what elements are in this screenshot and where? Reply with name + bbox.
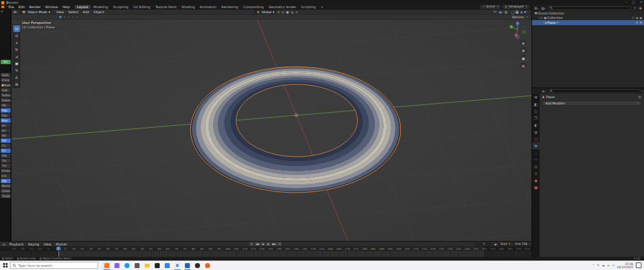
properties-tab-physics[interactable]: ◠: [532, 156, 540, 163]
workspace-tab-+[interactable]: +: [318, 5, 326, 9]
timeline-menu-marker[interactable]: Marker: [53, 242, 69, 246]
workspace-tab-scripting[interactable]: Scripting: [299, 5, 318, 9]
playhead-frame-chip[interactable]: 1: [56, 247, 60, 250]
tool-scale[interactable]: ⊿: [13, 53, 20, 60]
menu-edit[interactable]: Edit: [16, 5, 27, 9]
timeline-editor-icon[interactable]: ◷▾: [1, 242, 7, 246]
properties-tab-render[interactable]: ◧: [532, 101, 540, 108]
workspace-tab-sculpting[interactable]: Sculpting: [111, 5, 131, 9]
viewport-menu-add[interactable]: Add: [80, 10, 91, 14]
left-strip-item[interactable]: Thr: [1, 159, 11, 163]
show-overlays-icon[interactable]: ◉▾: [498, 10, 504, 14]
left-strip-item[interactable]: Ari: [1, 123, 11, 128]
ring-object[interactable]: [191, 67, 401, 193]
tool-measure[interactable]: ∠: [13, 74, 20, 81]
left-strip-item[interactable]: Chris: [1, 78, 11, 82]
properties-tab-texture[interactable]: ▩: [532, 184, 540, 191]
left-strip-item[interactable]: Norma: [1, 184, 11, 188]
properties-tab-tool[interactable]: ⚒: [532, 94, 540, 101]
viewport-menu-view[interactable]: View: [54, 10, 66, 14]
taskbar-app-photos[interactable]: [153, 261, 162, 270]
close-button[interactable]: ✕: [640, 0, 643, 4]
workspace-tab-geometry-nodes[interactable]: Geometry Nodes: [266, 5, 299, 9]
minimize-button[interactable]: –: [626, 0, 628, 4]
properties-tab-modifiers[interactable]: ⚙: [532, 142, 540, 149]
workspace-tab-rendering[interactable]: Rendering: [219, 5, 241, 9]
outliner-row-scene-collection[interactable]: ▣Scene Collection: [532, 11, 644, 16]
add-modifier-button[interactable]: Add Modifier ▾: [542, 101, 641, 106]
gizmo-z-axis[interactable]: [516, 21, 519, 25]
notification-center-icon[interactable]: [636, 262, 641, 268]
left-strip-item[interactable]: IDE: [1, 154, 11, 158]
mode-selector[interactable]: ⬒ Object Mode ▾: [19, 9, 52, 14]
taskbar-clock[interactable]: 22:05 10/12/2022: [617, 262, 633, 269]
timeline-menu-keying[interactable]: Keying: [26, 242, 41, 246]
tool-rotate[interactable]: ↻: [13, 46, 20, 53]
current-frame-field[interactable]: 1: [475, 242, 492, 246]
menu-file[interactable]: File: [6, 5, 16, 9]
taskbar-app-orange-app[interactable]: [203, 261, 212, 270]
select-mode-set[interactable]: [58, 15, 62, 19]
select-mode-invert[interactable]: [71, 15, 75, 19]
playback-prev-keyframe[interactable]: ◀◀: [255, 242, 260, 246]
properties-tab-particles[interactable]: ∴: [532, 149, 540, 156]
outliner-filter-icon[interactable]: ▽: [633, 6, 637, 10]
left-strip-item[interactable]: Subsu: [1, 98, 11, 103]
outliner-editor-icon[interactable]: ☰▾: [533, 6, 539, 10]
workspace-tab-uv-editing[interactable]: UV Editing: [131, 5, 153, 9]
gizmo-y-axis[interactable]: [509, 25, 513, 28]
viewport-canvas[interactable]: [11, 20, 531, 241]
left-strip-item[interactable]: Clean: [1, 189, 11, 193]
navigation-gizmo[interactable]: [508, 21, 528, 40]
maximize-button[interactable]: □: [632, 0, 635, 4]
unlink-scene-icon[interactable]: ✕: [496, 5, 499, 8]
viewport-camera-view-button[interactable]: ▣: [520, 55, 526, 61]
viewport-toggle-ortho-button[interactable]: ⊞: [520, 62, 526, 69]
tool-move[interactable]: +: [13, 39, 20, 46]
tray-cloud-icon[interactable]: ☁: [602, 264, 605, 267]
playback-jump-to-start[interactable]: ⇤: [249, 242, 254, 246]
gizmo-y-neg[interactable]: [523, 31, 526, 34]
outliner-row-plane[interactable]: ▾▲Plane◈◉▣: [532, 20, 644, 25]
taskbar-app-blue-app[interactable]: [183, 261, 192, 270]
left-strip-item[interactable]: Em: [1, 174, 11, 178]
tray-volume-icon[interactable]: ◁: [612, 264, 614, 267]
left-strip-item[interactable]: Cir: [1, 143, 11, 148]
left-strip-item[interactable]: Squ: [1, 108, 11, 113]
workspace-tab-modeling[interactable]: Modeling: [91, 5, 111, 9]
taskbar-app-blender[interactable]: [103, 261, 111, 270]
tool-add-cube[interactable]: ⊞: [13, 81, 20, 87]
falloff-icon[interactable]: ∩: [294, 10, 299, 14]
outliner-display-mode-icon[interactable]: ▤▾: [540, 6, 547, 10]
taskbar-app-chrome[interactable]: [173, 261, 182, 270]
taskbar-app-task-view[interactable]: [133, 261, 142, 270]
left-strip-item[interactable]: Ari: [1, 128, 11, 133]
left-strip-item[interactable]: Shi: [1, 138, 11, 143]
properties-search-field[interactable]: [548, 89, 640, 93]
properties-tab-object-data[interactable]: ▽: [532, 170, 540, 177]
viewport-menu-select[interactable]: Select: [66, 10, 80, 14]
menu-render[interactable]: Render: [27, 5, 43, 9]
properties-tab-output[interactable]: ⎙: [532, 108, 540, 115]
taskbar-app-dark-circle-app[interactable]: [193, 261, 202, 270]
properties-tab-object[interactable]: ▢: [532, 135, 540, 142]
menu-help[interactable]: Help: [60, 5, 72, 9]
toggle-xray-icon[interactable]: ▥: [504, 10, 509, 14]
pivot-point-icon[interactable]: ⊙: [276, 10, 280, 14]
shading-wireframe-icon[interactable]: ◯: [511, 10, 516, 14]
viewport-pan-button[interactable]: ✥: [520, 47, 526, 53]
left-strip-item[interactable]: Subsu: [1, 93, 11, 98]
taskbar-search-box[interactable]: Type here to search: [10, 262, 98, 269]
viewport-zoom-button[interactable]: ⊕: [520, 40, 526, 46]
left-strip-item[interactable]: Base C: [1, 83, 11, 87]
snap-target-icon[interactable]: ▣: [285, 10, 290, 14]
playback-jump-to-end[interactable]: ⇥: [277, 242, 282, 246]
playback-play[interactable]: ▶: [266, 242, 271, 246]
select-mode-intersect[interactable]: [75, 15, 79, 19]
blender-logo-icon[interactable]: [1, 6, 4, 8]
left-strip-item[interactable]: Squ: [1, 113, 11, 118]
left-strip-item[interactable]: Cir: [1, 149, 11, 153]
tool-cursor[interactable]: ⊙: [13, 32, 20, 39]
timeline-menu-playback[interactable]: Playback: [7, 242, 26, 246]
transform-orientation[interactable]: ⟲ Global ▾: [254, 9, 277, 14]
